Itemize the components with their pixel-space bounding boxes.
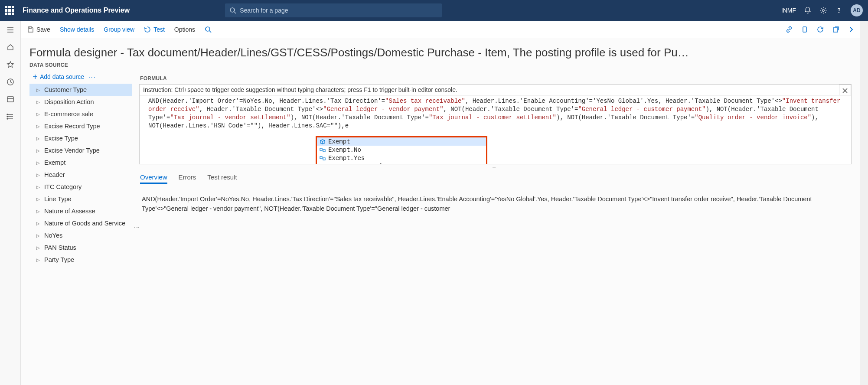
svg-rect-26 xyxy=(323,150,325,152)
tree-item[interactable]: ▷Exempt xyxy=(29,157,132,169)
show-details-button[interactable]: Show details xyxy=(60,26,94,33)
tree-item-label: ITC Category xyxy=(44,183,82,190)
options-button[interactable]: Options xyxy=(174,26,195,33)
tree-item[interactable]: ▷PAN Status xyxy=(29,241,132,254)
data-source-tree[interactable]: ▷Customer Type▷Disposition Action▷E-comm… xyxy=(29,84,135,385)
app-title: Finance and Operations Preview xyxy=(23,7,130,14)
search-icon xyxy=(229,7,236,14)
tree-item-label: Disposition Action xyxy=(44,98,94,105)
tree-item[interactable]: ▷Excise Vendor Type xyxy=(29,144,132,157)
svg-rect-28 xyxy=(323,158,325,160)
tree-item[interactable]: ▷Nature of Assesse xyxy=(29,205,132,217)
right-scrollbar[interactable] xyxy=(860,21,868,385)
svg-point-0 xyxy=(230,8,235,12)
save-button[interactable]: Save xyxy=(27,26,50,33)
svg-rect-27 xyxy=(320,157,322,159)
tree-item-label: PAN Status xyxy=(44,244,76,251)
tree-item-label: Header xyxy=(44,171,65,178)
svg-point-3 xyxy=(839,12,839,13)
svg-point-15 xyxy=(7,118,8,119)
tree-item-label: NoYes xyxy=(44,232,62,239)
suggestion-item[interactable]: 'E-commerce sale' xyxy=(317,162,486,164)
group-view-button[interactable]: Group view xyxy=(104,26,134,33)
search-placeholder: Search for a page xyxy=(240,7,288,14)
svg-point-2 xyxy=(822,10,825,12)
workspace-icon[interactable] xyxy=(7,95,14,103)
attach-icon[interactable] xyxy=(801,26,808,33)
caret-right-icon: ▷ xyxy=(36,233,40,238)
global-search[interactable]: Search for a page xyxy=(225,3,442,17)
legal-entity[interactable]: INMF xyxy=(781,7,796,14)
svg-rect-20 xyxy=(833,28,838,32)
suggestion-item[interactable]: Exempt.No xyxy=(317,146,486,154)
tree-item[interactable]: ▷NoYes xyxy=(29,229,132,241)
home-icon[interactable] xyxy=(7,43,14,51)
link-icon[interactable] xyxy=(786,26,793,33)
help-icon[interactable] xyxy=(835,7,843,14)
horizontal-splitter[interactable]: ═ xyxy=(139,164,852,171)
tree-item-label: Party Type xyxy=(44,256,74,263)
popout-icon[interactable] xyxy=(832,26,839,33)
app-launcher-icon[interactable] xyxy=(5,6,14,15)
tree-item[interactable]: ▷Header xyxy=(29,169,132,181)
caret-right-icon: ▷ xyxy=(36,148,40,153)
caret-right-icon: ▷ xyxy=(36,197,40,202)
svg-point-14 xyxy=(7,116,8,117)
tree-item[interactable]: ▷Line Type xyxy=(29,193,132,205)
caret-right-icon: ▷ xyxy=(36,209,40,214)
suggestion-label: Exempt.Yes xyxy=(328,154,365,162)
caret-right-icon: ▷ xyxy=(36,124,40,129)
tree-item[interactable]: ▷Excise Type xyxy=(29,132,132,144)
code-suggestions[interactable]: ExemptExempt.NoExempt.Yes'E-commerce sal… xyxy=(316,136,487,164)
tree-item-label: Exempt xyxy=(44,159,65,166)
tab-test-result[interactable]: Test result xyxy=(207,173,237,184)
suggestion-item[interactable]: Exempt xyxy=(317,137,486,146)
svg-rect-8 xyxy=(7,97,13,102)
svg-point-13 xyxy=(7,114,8,115)
suggestion-item[interactable]: Exempt.Yes xyxy=(317,154,486,162)
page-title: Formula designer - Tax document/Header/L… xyxy=(29,46,852,59)
gear-icon[interactable] xyxy=(819,7,827,14)
tree-item-label: Excise Type xyxy=(44,135,78,142)
tree-item[interactable]: ▷Disposition Action xyxy=(29,96,132,108)
tab-overview[interactable]: Overview xyxy=(140,173,167,184)
tab-errors[interactable]: Errors xyxy=(179,173,196,184)
chevron-right-icon[interactable] xyxy=(848,26,854,33)
caret-right-icon: ▷ xyxy=(36,173,40,177)
user-avatar[interactable]: AD xyxy=(851,4,863,16)
tree-item-label: Excise Vendor Type xyxy=(44,147,100,154)
formula-editor[interactable]: AND(Header.'Import Order'=NoYes.No, Head… xyxy=(139,95,852,164)
svg-point-17 xyxy=(206,27,210,31)
tree-item[interactable]: ▷ITC Category xyxy=(29,181,132,193)
recent-icon[interactable] xyxy=(7,78,14,86)
suggestion-label: Exempt xyxy=(328,137,350,146)
caret-right-icon: ▷ xyxy=(36,160,40,165)
suggestion-label: Exempt.No xyxy=(328,146,361,154)
test-button[interactable]: Test xyxy=(144,26,165,33)
tree-item[interactable]: ▷Excise Record Type xyxy=(29,120,132,132)
add-data-source-button[interactable]: Add data source xyxy=(32,73,84,80)
svg-rect-16 xyxy=(29,27,31,29)
caret-right-icon: ▷ xyxy=(36,88,40,92)
tree-item[interactable]: ▷Nature of Goods and Service xyxy=(29,217,132,229)
data-source-section-label: DATA SOURCE xyxy=(29,62,852,68)
refresh-icon[interactable] xyxy=(817,26,824,33)
caret-right-icon: ▷ xyxy=(36,185,40,189)
svg-line-1 xyxy=(234,12,236,13)
tree-item[interactable]: ▷E-commerce sale xyxy=(29,108,132,120)
action-toolbar: Save Show details Group view Test Option… xyxy=(21,21,860,38)
tree-item-label: Nature of Assesse xyxy=(44,208,95,215)
more-actions-icon[interactable]: ··· xyxy=(88,73,96,80)
tree-item-label: Customer Type xyxy=(44,86,87,93)
tree-item[interactable]: ▷Party Type xyxy=(29,254,132,266)
left-nav-rail xyxy=(0,21,21,385)
tree-item[interactable]: ▷Customer Type xyxy=(29,84,132,96)
hamburger-icon[interactable] xyxy=(7,26,14,34)
svg-line-18 xyxy=(209,31,211,33)
vertical-splitter[interactable]: ⋮ xyxy=(135,70,139,385)
modules-icon[interactable] xyxy=(7,113,14,121)
toolbar-search-icon[interactable] xyxy=(205,26,212,33)
notification-icon[interactable] xyxy=(804,7,812,14)
star-icon[interactable] xyxy=(7,61,14,69)
tree-item-label: Line Type xyxy=(44,196,72,202)
